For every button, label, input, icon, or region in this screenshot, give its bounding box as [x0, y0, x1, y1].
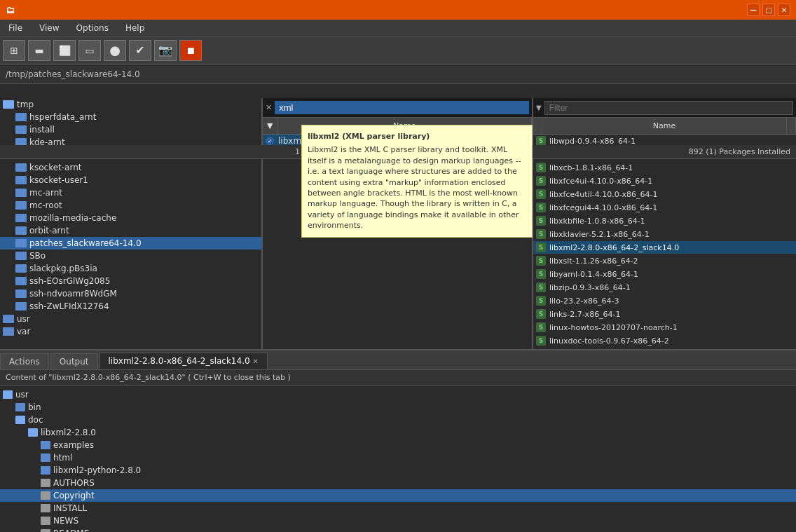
main-area: 1 (1) Packages in Directory892 (1) Packa…: [0, 84, 796, 532]
left-tree-item[interactable]: var: [0, 325, 261, 338]
s-badge-icon: S: [536, 243, 546, 252]
file-tree-item[interactable]: AUTHORS: [0, 477, 796, 489]
right-list-item[interactable]: Slibzip-0.9.3-x86_64-1: [533, 281, 796, 294]
center-search-input[interactable]: [275, 101, 529, 114]
left-tree-item[interactable]: mc-root: [0, 199, 261, 212]
left-tree-item[interactable]: usr: [0, 313, 261, 325]
left-tree-item[interactable]: ssh-EOsrGlWg2085: [0, 275, 261, 287]
top-panes: tmphsperfdata_arntinstallkde-arntkde-use…: [0, 98, 796, 350]
file-tree-item[interactable]: libxml2-2.8.0: [0, 426, 796, 439]
tree-item-label: hsperfdata_arnt: [29, 112, 96, 122]
toolbar-btn-2[interactable]: ▬: [28, 40, 50, 61]
toolbar-btn-camera[interactable]: 📷: [154, 40, 177, 61]
maximize-button[interactable]: □: [762, 4, 775, 16]
tab-content[interactable]: libxml2-2.8.0-x86_64-2_slack14.0 ✕: [100, 353, 268, 369]
file-tree-item[interactable]: Copyright: [0, 489, 796, 502]
right-list-item[interactable]: Slinux-howtos-20120707-noarch-1: [533, 321, 796, 334]
left-tree-item[interactable]: SBo: [0, 250, 261, 262]
left-pane: tmphsperfdata_arntinstallkde-arntkde-use…: [0, 98, 263, 349]
right-item-label: libyaml-0.1.4-x86_64-1: [549, 270, 638, 279]
folder-icon: [3, 100, 14, 109]
menu-help[interactable]: Help: [120, 22, 150, 34]
close-button[interactable]: ✕: [778, 4, 790, 16]
titlebar-controls: — □ ✕: [747, 4, 790, 16]
right-filter-input[interactable]: [544, 101, 793, 115]
right-list-item[interactable]: Slibxklavier-5.2.1-x86_64-1: [533, 228, 796, 241]
left-tree-item[interactable]: ssh-ZwLFIdX12764: [0, 300, 261, 313]
left-tree-item[interactable]: tmp: [0, 98, 261, 111]
close-tab-icon[interactable]: ✕: [266, 103, 272, 112]
right-item-label: libxcb-1.8.1-x86_64-1: [549, 163, 633, 172]
s-badge-icon: S: [536, 176, 546, 186]
center-pane: ✕ ▼ Name ✓ libxml2-2.8.0-x86_64-2_slack1…: [263, 98, 533, 349]
file-tree-item[interactable]: libxml2-python-2.8.0: [0, 464, 796, 477]
right-list-item[interactable]: Slibxfcegui4-4.10.0-x86_64-1: [533, 201, 796, 214]
left-tree-item[interactable]: ksocket-arnt: [0, 161, 261, 174]
right-list-item[interactable]: Slibyaml-0.1.4-x86_64-1: [533, 268, 796, 281]
folder-icon: [15, 189, 27, 197]
tree-item-label: SBo: [29, 251, 46, 261]
file-icon: [41, 517, 50, 525]
right-col-expand: [533, 118, 542, 134]
right-list-item[interactable]: Slibxml2-2.8.0-x86_64-2_slack14.0: [533, 241, 796, 254]
filter-arrow-icon: ▼: [536, 104, 542, 111]
toolbar-btn-3[interactable]: ⬜: [53, 40, 76, 61]
right-list-item[interactable]: Slibxfce4util-4.10.0-x86_64-1: [533, 188, 796, 201]
right-list-item[interactable]: Slibxcb-1.8.1-x86_64-1: [533, 161, 796, 175]
tree-item-label: orbit-arnt: [29, 226, 69, 236]
tab-output[interactable]: Output: [50, 353, 98, 369]
menu-view[interactable]: View: [34, 22, 64, 34]
toolbar-btn-1[interactable]: ⊞: [3, 40, 25, 61]
menu-options[interactable]: Options: [71, 22, 114, 34]
right-list-item[interactable]: Slinuxdoc-tools-0.9.67-x86_64-2: [533, 334, 796, 348]
folder-icon: [3, 315, 14, 323]
toolbar-btn-check[interactable]: ✔: [129, 40, 151, 61]
tab-close-icon[interactable]: ✕: [253, 357, 259, 365]
toolbar-btn-stop[interactable]: ⏹: [179, 40, 202, 61]
file-tree-item[interactable]: usr: [0, 388, 796, 401]
bottom-panel: Actions Output libxml2-2.8.0-x86_64-2_sl…: [0, 350, 796, 532]
tree-item-label: tmp: [17, 100, 34, 109]
right-list-item[interactable]: Slibxslt-1.1.26-x86_64-2: [533, 254, 796, 268]
folder-icon: [15, 264, 27, 273]
file-tree-item[interactable]: bin: [0, 401, 796, 414]
left-tree-item[interactable]: hsperfdata_arnt: [0, 111, 261, 123]
toolbar-btn-circle[interactable]: ●: [104, 40, 126, 61]
left-tree-item[interactable]: patches_slackware64-14.0: [0, 237, 261, 250]
left-tree-item[interactable]: mc-arnt: [0, 186, 261, 199]
right-list-item[interactable]: Slistres-1.0.3-x86_64-1: [533, 348, 796, 349]
right-list-item[interactable]: Slibxfce4ui-4.10.0-x86_64-1: [533, 175, 796, 188]
left-tree-item[interactable]: install: [0, 123, 261, 136]
file-tree-item[interactable]: README: [0, 527, 796, 532]
right-col-name: Name: [542, 118, 787, 134]
file-tree-item[interactable]: examples: [0, 439, 796, 451]
file-tree-item[interactable]: html: [0, 451, 796, 464]
tab-actions[interactable]: Actions: [0, 353, 49, 369]
right-list-item[interactable]: Slilo-23.2-x86_64-3: [533, 294, 796, 308]
file-item-label: html: [53, 453, 72, 463]
file-tree-item[interactable]: doc: [0, 414, 796, 426]
left-tree-item[interactable]: ssh-ndvoamr8WdGM: [0, 287, 261, 300]
tab-bar: Actions Output libxml2-2.8.0-x86_64-2_sl…: [0, 350, 796, 370]
right-list-item[interactable]: Slibxkbfile-1.0.8-x86_64-1: [533, 214, 796, 228]
folder-icon: [15, 163, 27, 172]
menu-file[interactable]: File: [3, 22, 28, 34]
tab-content-label: libxml2-2.8.0-x86_64-2_slack14.0: [109, 356, 250, 366]
toolbar-btn-4[interactable]: ▭: [78, 40, 101, 61]
tree-item-label: ksocket-user1: [29, 175, 88, 185]
folder-icon: [15, 239, 27, 247]
right-list-item[interactable]: Slinks-2.7-x86_64-1: [533, 308, 796, 321]
folder-icon: [41, 466, 50, 475]
file-tree-item[interactable]: INSTALL: [0, 502, 796, 514]
tree-item-label: slackpkg.pBs3ia: [29, 264, 97, 273]
minimize-button[interactable]: —: [747, 4, 760, 16]
file-tree-item[interactable]: NEWS: [0, 514, 796, 527]
package-tooltip: libxml2 (XML parser library) Libxml2 is …: [301, 125, 533, 238]
folder-icon: [41, 441, 50, 449]
right-item-label: links-2.7-x86_64-1: [549, 310, 621, 319]
left-tree-item[interactable]: mozilla-media-cache: [0, 212, 261, 224]
left-tree-item[interactable]: orbit-arnt: [0, 224, 261, 237]
left-tree-item[interactable]: ksocket-user1: [0, 174, 261, 186]
tooltip-title: libxml2 (XML parser library): [308, 131, 526, 142]
left-tree-item[interactable]: slackpkg.pBs3ia: [0, 262, 261, 275]
